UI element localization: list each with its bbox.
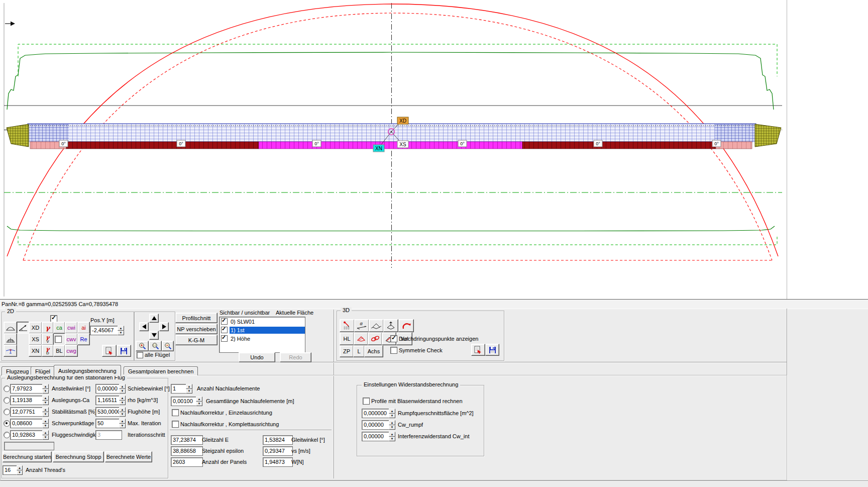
surface-list-item[interactable]: 1) 1st [220, 326, 305, 334]
xd-button[interactable]: XD [29, 322, 42, 334]
radio-fluggeschwindigkeit[interactable] [4, 432, 10, 438]
save-3d-button[interactable] [485, 344, 499, 356]
alpha-view-button[interactable]: α [354, 319, 369, 332]
schiebewinkel-spinner[interactable]: ▲▼ [119, 384, 126, 394]
durchdringung-checkbox[interactable] [390, 335, 397, 342]
re-button[interactable]: Re [77, 333, 90, 345]
pan-down-button[interactable] [149, 331, 159, 340]
cw-rumpf-input[interactable]: 0,00000 [362, 420, 392, 430]
panel-normals-button[interactable] [340, 319, 355, 332]
surface-list[interactable]: 0) SLW01 1) 1st 2) Höhe [219, 317, 305, 353]
export-plot-button[interactable] [102, 345, 117, 357]
panel-move-button[interactable] [383, 319, 398, 332]
redo-button[interactable]: Redo [280, 352, 311, 362]
plot-option-checkbox[interactable] [50, 315, 57, 322]
plot-canvas[interactable]: 0° 0° 0° 0° 0° 0° XD XS XN [0, 0, 868, 299]
zoom-in-button[interactable] [136, 341, 149, 351]
surface-visible-checkbox[interactable] [221, 335, 228, 342]
planform-view-button[interactable] [4, 322, 17, 334]
xs-button[interactable]: XS [29, 333, 42, 345]
bl-button[interactable]: BL [53, 345, 65, 357]
kgm-button[interactable]: K-G-M [175, 335, 218, 345]
tab-auslegungsberechnung[interactable]: Auslegungsberechnung [54, 365, 121, 376]
pan-left-button[interactable] [139, 322, 149, 331]
pan-up-button[interactable] [149, 314, 159, 323]
pan-right-button[interactable] [159, 322, 169, 331]
schwerpunktlage-input[interactable]: 0,08600 [10, 419, 45, 428]
export-3d-button[interactable] [471, 344, 485, 356]
radio-stabilitaetsmass[interactable] [4, 409, 10, 415]
max-iteration-spinner[interactable]: ▲▼ [119, 419, 126, 428]
cwg-button[interactable]: cwg [65, 345, 78, 357]
anstellwinkel-input[interactable]: 7,97923 [10, 384, 45, 394]
surface-visible-checkbox[interactable] [221, 327, 228, 333]
schiebewinkel-input[interactable]: 0,00000 [95, 384, 122, 394]
rumpfflaeche-input[interactable]: 0,000000 [362, 409, 392, 418]
threads-spinner[interactable]: ▲▼ [17, 465, 23, 475]
gamma-button[interactable]: γ [42, 322, 54, 334]
anstellwinkel-spinner[interactable]: ▲▼ [42, 384, 49, 394]
surface-list-item[interactable]: 0) SLW01 [220, 317, 305, 326]
achs-button[interactable]: Achs [364, 345, 383, 357]
blasenwiderstand-checkbox[interactable] [363, 398, 370, 405]
front-view-button[interactable] [4, 345, 17, 357]
radio-anstellwinkel[interactable] [4, 385, 10, 392]
iterationsschritt-input[interactable]: 3 [95, 430, 122, 440]
surface-visible-checkbox[interactable] [221, 318, 228, 325]
radio-schwerpunktlage[interactable] [4, 420, 10, 427]
zoom-out-button[interactable] [162, 341, 174, 351]
max-iteration-input[interactable]: 50 [95, 419, 122, 428]
stabilitaetsmass-input[interactable]: 12,07751 [10, 407, 45, 417]
cw-rumpf-spinner[interactable]: ▲▼ [389, 420, 395, 430]
rho-input[interactable]: 1,16511 [95, 396, 122, 405]
gamma-v-button[interactable]: γ V [42, 333, 54, 345]
zoom-reset-button[interactable]: 1:1 [149, 341, 162, 351]
ai-button[interactable]: ai [77, 322, 90, 334]
fluggeschwindigkeit-input[interactable]: 10,92863 [10, 430, 45, 440]
cwi-button[interactable]: cwi [65, 322, 78, 334]
berechnung-stopp-button[interactable]: Berechnung Stopp [53, 451, 104, 462]
gamma-d-button[interactable]: γ D [42, 345, 54, 357]
nachlauf-count-spinner[interactable]: ▲▼ [186, 384, 192, 394]
mesh-view-button[interactable] [4, 333, 17, 345]
np-verschieben-button[interactable]: NP verschieben [175, 324, 218, 334]
cwv-button[interactable]: cwv [65, 333, 78, 345]
reset-view-button[interactable] [398, 319, 414, 332]
auslegungs-ca-input[interactable]: 1,19138 [10, 396, 45, 405]
camera-link-button[interactable] [368, 332, 382, 345]
posy-input[interactable]: -2,45067 [90, 326, 121, 335]
zp-button[interactable]: ZP [340, 345, 354, 357]
tab-gesamtpolaren[interactable]: Gesamtpolaren berechnen [124, 366, 198, 375]
berechnete-werte-button[interactable]: Berechnete Werte [105, 451, 152, 462]
radio-auslegungs-ca[interactable] [4, 397, 10, 404]
alle-fluegel-checkbox[interactable] [137, 352, 143, 358]
rho-spinner[interactable]: ▲▼ [119, 396, 126, 405]
gamma-option-checkbox[interactable] [55, 336, 62, 343]
wing-red-button[interactable] [354, 332, 368, 345]
surface-list-item[interactable]: 2) Höhe [220, 334, 305, 343]
ca-button[interactable]: ca [53, 322, 65, 334]
fluggeschwindigkeit-spinner[interactable]: ▲▼ [42, 430, 49, 440]
nachlauf-komplett-checkbox[interactable] [172, 421, 179, 428]
nachlauf-length-input[interactable]: 0,00100 [171, 397, 199, 406]
rumpfflaeche-spinner[interactable]: ▲▼ [389, 409, 395, 418]
hl-button[interactable]: HL [340, 332, 354, 345]
nachlauf-length-spinner[interactable]: ▲▼ [196, 397, 202, 406]
nachlauf-einzel-checkbox[interactable] [172, 409, 179, 416]
undo-button[interactable]: Undo [239, 352, 275, 362]
profilschnitt-button[interactable]: Profilschnitt [175, 313, 218, 323]
panel-view-button[interactable] [369, 319, 384, 332]
xn-button[interactable]: XN [29, 345, 42, 357]
auslegungs-ca-spinner[interactable]: ▲▼ [42, 396, 49, 405]
flughoehe-input[interactable]: 530,00000 [95, 407, 122, 417]
l-button[interactable]: L [353, 345, 365, 357]
cw-int-spinner[interactable]: ▲▼ [389, 432, 395, 441]
posy-spinner[interactable]: ▲▼ [118, 326, 124, 335]
schwerpunktlage-spinner[interactable]: ▲▼ [42, 419, 49, 428]
angle-view-button[interactable] [17, 322, 29, 334]
symmetrie-checkbox[interactable] [390, 347, 397, 354]
save-plot-button[interactable] [117, 345, 131, 357]
berechnung-starten-button[interactable]: Berechnung starten [3, 451, 52, 462]
flughoehe-spinner[interactable]: ▲▼ [119, 407, 126, 417]
stabilitaetsmass-spinner[interactable]: ▲▼ [42, 407, 49, 417]
